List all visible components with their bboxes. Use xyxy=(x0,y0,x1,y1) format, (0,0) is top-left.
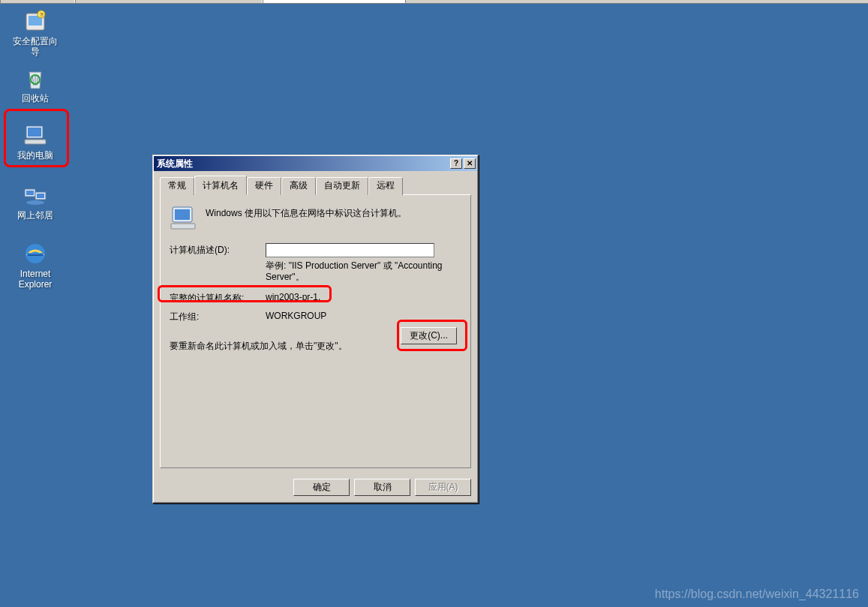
icon-label: 我的电脑 xyxy=(6,150,65,161)
dialog-button-row: 确定 取消 应用(A) xyxy=(154,473,477,502)
description-label: 计算机描述(D): xyxy=(170,244,266,257)
svg-rect-16 xyxy=(175,209,190,220)
svg-rect-11 xyxy=(37,194,44,198)
desktop-icon-my-computer[interactable]: 我的电脑 xyxy=(6,122,65,161)
svg-rect-6 xyxy=(28,128,41,137)
wizard-icon: ? xyxy=(22,8,49,35)
tab-auto-update[interactable]: 自动更新 xyxy=(316,177,368,195)
desktop-icon-recycle-bin[interactable]: 回收站 xyxy=(6,65,65,104)
computer-large-icon xyxy=(170,204,198,233)
close-button[interactable]: ✕ xyxy=(464,158,476,169)
cancel-button[interactable]: 取消 xyxy=(354,479,410,496)
desktop-icon-network[interactable]: 网上邻居 xyxy=(6,182,65,221)
icon-label: 回收站 xyxy=(6,93,65,104)
workgroup-label: 工作组: xyxy=(170,311,266,323)
full-name-value: win2003-pr-1. xyxy=(266,292,320,305)
dialog-title: 系统属性 xyxy=(157,158,449,170)
icon-label: InternetExplorer xyxy=(6,269,65,290)
intro-text: Windows 使用以下信息在网络中标识这台计算机。 xyxy=(206,204,407,220)
apply-button[interactable]: 应用(A) xyxy=(415,479,471,496)
tab-panel-computer-name: Windows 使用以下信息在网络中标识这台计算机。 计算机描述(D): 举例:… xyxy=(160,194,471,468)
tab-general[interactable]: 常规 xyxy=(160,177,194,195)
tab-remote[interactable]: 远程 xyxy=(368,177,403,195)
description-input[interactable] xyxy=(266,243,434,257)
tab-strip: 常规 计算机名 硬件 高级 自动更新 远程 xyxy=(160,177,471,195)
change-button[interactable]: 更改(C)... xyxy=(401,327,457,344)
svg-text:?: ? xyxy=(40,11,44,18)
svg-rect-17 xyxy=(171,224,195,229)
full-name-label: 完整的计算机名称: xyxy=(170,292,266,305)
titlebar[interactable]: 系统属性 ? ✕ xyxy=(154,156,477,171)
tab-hardware[interactable]: 硬件 xyxy=(247,177,281,195)
tab-advanced[interactable]: 高级 xyxy=(281,177,316,195)
svg-rect-10 xyxy=(26,191,34,195)
icon-label: 安全配置向导 xyxy=(6,36,65,57)
svg-point-12 xyxy=(26,200,44,205)
watermark-text: https://blog.csdn.net/weixin_44321116 xyxy=(655,587,859,601)
menu-bar-fragment xyxy=(0,0,868,4)
icon-label: 网上邻居 xyxy=(6,210,65,221)
network-icon xyxy=(22,182,49,209)
workgroup-value: WORKGROUP xyxy=(266,311,326,323)
svg-rect-7 xyxy=(25,140,46,144)
tab-computer-name[interactable]: 计算机名 xyxy=(194,176,247,195)
example-text: 举例: "IIS Production Server" 或 "Accountin… xyxy=(266,260,446,283)
desktop-icon-security-config[interactable]: ? 安全配置向导 xyxy=(6,8,65,57)
computer-icon xyxy=(22,122,49,149)
ie-icon xyxy=(22,240,49,267)
ok-button[interactable]: 确定 xyxy=(293,479,350,496)
help-button[interactable]: ? xyxy=(450,158,462,169)
system-properties-dialog: 系统属性 ? ✕ 常规 计算机名 硬件 高级 自动更新 远程 Windows 使… xyxy=(152,155,479,503)
recycle-bin-icon xyxy=(22,65,49,92)
desktop-icon-ie[interactable]: InternetExplorer xyxy=(6,240,65,290)
